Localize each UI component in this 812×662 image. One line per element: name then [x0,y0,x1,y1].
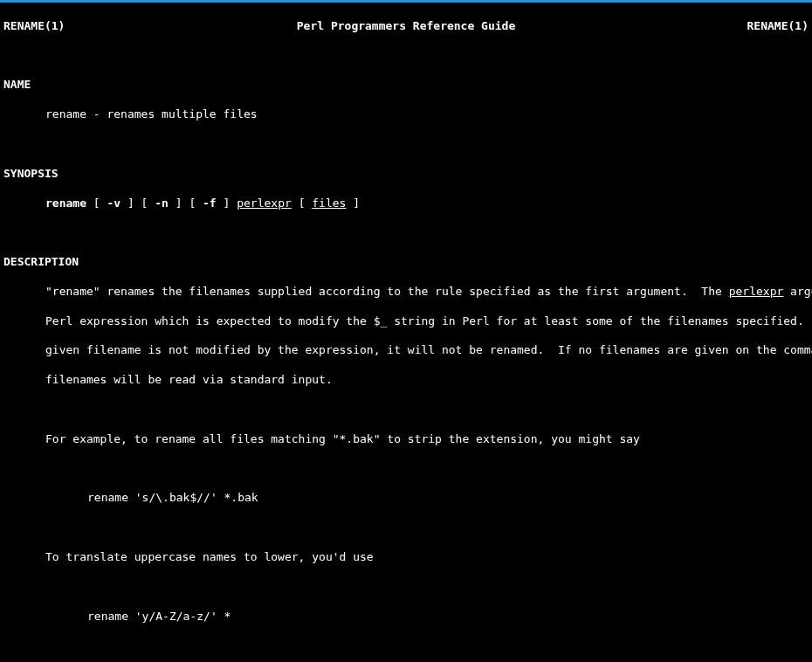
header-right: RENAME(1) [747,19,809,34]
synopsis-files: files [312,197,346,210]
synopsis-perlexpr: perlexpr [237,197,292,210]
section-name-body: rename - renames multiple files [3,107,809,122]
synopsis-line: rename [ -v ] [ -n ] [ -f ] perlexpr [ f… [3,197,809,211]
synopsis-opt-f: -f [203,197,217,210]
section-synopsis-title: SYNOPSIS [3,167,809,182]
description-p1-line3: given filename is not modified by the ex… [3,343,809,358]
section-name-title: NAME [3,78,809,93]
description-p1-line4: filenames will be read via standard inpu… [3,373,809,388]
description-p3: To translate uppercase names to lower, y… [3,550,809,565]
manpage-viewer[interactable]: RENAME(1)Perl Programmers Reference Guid… [0,3,812,662]
description-p1-line2: Perl expression which is expected to mod… [3,314,809,329]
synopsis-cmd: rename [45,197,86,210]
description-p2: For example, to rename all files matchin… [3,432,809,447]
description-p1-line1: "rename" renames the filenames supplied … [3,285,809,300]
perlexpr-link: perlexpr [729,285,784,298]
manpage-header: RENAME(1)Perl Programmers Reference Guid… [3,19,809,34]
synopsis-opt-v: -v [107,197,120,210]
header-center: Perl Programmers Reference Guide [297,19,515,34]
synopsis-opt-n: -n [155,197,169,210]
description-code1: rename 's/\.bak$//' *.bak [3,491,809,506]
section-description-title: DESCRIPTION [3,255,809,270]
description-code2: rename 'y/A-Z/a-z/' * [3,610,809,624]
header-left: RENAME(1) [3,19,65,34]
